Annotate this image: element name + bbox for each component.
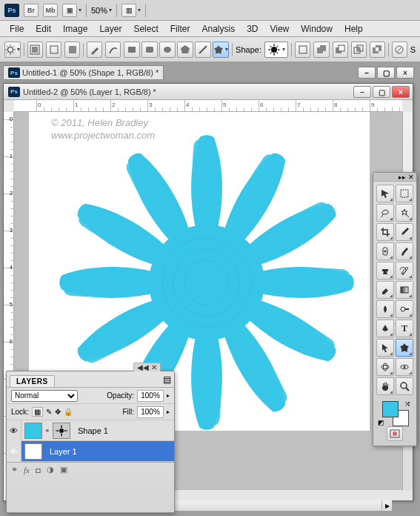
layer-thumb[interactable] (24, 443, 42, 460)
fill-flyout-icon[interactable]: ▸ (167, 408, 170, 415)
screen-mode-dropdown[interactable]: ▣ (62, 4, 81, 17)
panel-collapse-grip[interactable]: ◀◀ ✕ (133, 363, 161, 371)
path-select-tool[interactable] (376, 339, 394, 357)
lock-all-button[interactable]: 🔒 (64, 408, 73, 416)
shape-polygon-button[interactable] (177, 42, 193, 58)
layers-tab[interactable]: LAYERS (10, 375, 55, 387)
scroll-right-button[interactable]: ▶ (381, 500, 392, 511)
quick-select-tool[interactable] (396, 204, 413, 222)
background-document-tab[interactable]: Ps Untitled-1 @ 50% (Shape 1, RGB/8) * (3, 65, 164, 80)
swap-colors-button[interactable]: ⤭ (404, 400, 410, 408)
layers-panel[interactable]: ◀◀ ✕ LAYERS ▤ Normal Opacity: ▸ Lock: ▦ … (6, 371, 175, 513)
pathop-subtract-button[interactable] (333, 42, 348, 58)
lock-pixels-button[interactable]: ✎ (46, 408, 52, 416)
link-layers-button[interactable]: ⚭ (11, 465, 18, 474)
freeform-pen-option[interactable] (105, 42, 121, 58)
mask-thumb[interactable] (53, 423, 70, 439)
layer-fx-button[interactable]: fx (24, 466, 30, 474)
3d-camera-tool[interactable] (396, 358, 413, 376)
bg-minimize-button[interactable]: – (358, 67, 376, 79)
shape-custom-button[interactable] (213, 42, 229, 58)
layer-name[interactable]: Layer 1 (50, 447, 77, 456)
pathop-intersect-button[interactable] (351, 42, 367, 58)
tool-preset-dropdown[interactable] (4, 42, 21, 58)
pathop-exclude-button[interactable] (370, 42, 385, 58)
lasso-tool[interactable] (376, 204, 394, 222)
layer-thumb[interactable] (24, 423, 42, 439)
arrange-dropdown[interactable]: ▥ (121, 4, 141, 17)
gradient-tool[interactable] (396, 281, 413, 299)
minibridge-button[interactable]: Mb (43, 4, 58, 17)
ruler-horizontal[interactable]: 012345678910 (14, 100, 402, 112)
lock-position-button[interactable]: ✥ (55, 408, 61, 416)
visibility-toggle[interactable]: 👁 (7, 441, 21, 462)
menu-analysis[interactable]: Analysis (196, 22, 240, 36)
menu-file[interactable]: File (4, 22, 29, 36)
pen-tool-option[interactable] (87, 42, 102, 58)
quick-mask-button[interactable] (387, 426, 403, 441)
hand-tool[interactable] (376, 377, 394, 395)
shape-ellipse-button[interactable] (159, 42, 176, 58)
bg-close-button[interactable]: × (396, 67, 414, 79)
menu-select[interactable]: Select (128, 22, 163, 36)
pathop-new-button[interactable] (295, 42, 310, 58)
shape-rounded-rect-button[interactable] (141, 42, 158, 58)
crop-tool[interactable] (376, 223, 394, 241)
style-button[interactable] (392, 42, 407, 58)
visibility-toggle[interactable]: 👁 (7, 420, 21, 441)
opacity-field[interactable] (137, 390, 164, 402)
doc-titlebar[interactable]: Ps Untitled-2 @ 50% (Layer 1, RGB/8) * –… (4, 84, 413, 100)
lock-transparency-button[interactable]: ▦ (32, 407, 43, 417)
zoom-dropdown[interactable]: 50% (91, 6, 112, 15)
brush-tool[interactable] (396, 242, 413, 260)
clone-stamp-tool[interactable] (376, 262, 394, 280)
pen-tool[interactable] (376, 320, 394, 337)
tools-panel[interactable]: ▸▸ ✕ T ◩ ⤭ (373, 172, 417, 446)
layer-row[interactable]: 👁⚭Shape 1 (7, 420, 174, 441)
menu-edit[interactable]: Edit (30, 22, 56, 36)
shape-line-button[interactable] (195, 42, 211, 58)
bridge-button[interactable]: Br (24, 4, 39, 17)
default-colors-button[interactable]: ◩ (378, 419, 384, 426)
layer-mask-button[interactable]: ◘ (36, 466, 41, 474)
menu-3d[interactable]: 3D (241, 22, 263, 36)
mode-shape-layers-button[interactable] (27, 42, 43, 58)
healing-brush-tool[interactable] (376, 242, 394, 260)
tools-panel-grip[interactable]: ▸▸ ✕ (373, 173, 416, 182)
panel-menu-button[interactable]: ▤ (163, 374, 171, 385)
blend-mode-select[interactable]: Normal (11, 390, 78, 402)
eyedropper-tool[interactable] (396, 223, 413, 241)
3d-rotate-tool[interactable] (376, 358, 394, 376)
bg-restore-button[interactable]: ▢ (377, 67, 395, 79)
history-brush-tool[interactable] (396, 262, 413, 280)
fill-field[interactable] (137, 406, 164, 418)
layer-row[interactable]: 👁Layer 1 (7, 441, 174, 462)
doc-maximize-button[interactable]: ▢ (373, 86, 390, 98)
mode-paths-button[interactable] (46, 42, 61, 58)
zoom-tool[interactable] (396, 377, 413, 395)
move-tool[interactable] (376, 185, 394, 202)
layer-name[interactable]: Shape 1 (78, 426, 108, 435)
shape-rectangle-button[interactable] (124, 42, 140, 58)
menu-layer[interactable]: Layer (94, 22, 127, 36)
dodge-tool[interactable] (396, 300, 413, 318)
doc-close-button[interactable]: × (392, 86, 410, 98)
marquee-tool[interactable] (396, 185, 413, 202)
menu-view[interactable]: View (264, 22, 294, 36)
type-tool[interactable]: T (396, 320, 413, 337)
pathop-add-button[interactable] (313, 42, 329, 58)
menu-filter[interactable]: Filter (165, 22, 196, 36)
custom-shape-tool[interactable] (396, 339, 413, 357)
menu-help[interactable]: Help (339, 22, 368, 36)
eraser-tool[interactable] (376, 281, 394, 299)
layer-group-button[interactable]: ▣ (60, 465, 67, 474)
opacity-flyout-icon[interactable]: ▸ (167, 392, 170, 399)
adjustment-layer-button[interactable]: ◑ (47, 465, 54, 474)
menu-image[interactable]: Image (58, 22, 93, 36)
foreground-color-swatch[interactable] (382, 401, 399, 417)
blur-tool[interactable] (376, 300, 394, 318)
menu-window[interactable]: Window (296, 22, 338, 36)
mode-fill-pixels-button[interactable] (64, 42, 80, 58)
doc-minimize-button[interactable]: – (353, 86, 371, 98)
shape-picker[interactable] (264, 42, 288, 58)
